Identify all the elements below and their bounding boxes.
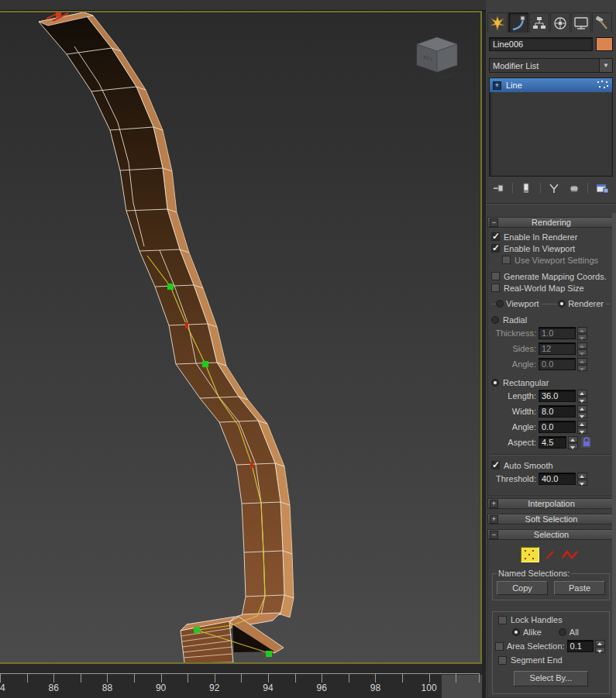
thickness-spinner[interactable] (577, 327, 587, 340)
lock-handles-row[interactable]: Lock Handles (495, 614, 607, 626)
threshold-spinner[interactable] (577, 473, 587, 486)
radial-angle-spinner[interactable] (577, 358, 587, 371)
rect-angle-row[interactable]: Angle: 0.0 (488, 419, 614, 435)
radio-renderer[interactable] (558, 300, 566, 308)
width-spinner[interactable] (577, 405, 587, 418)
threshold-input[interactable]: 40.0 (539, 473, 576, 485)
expand-icon[interactable]: + (490, 515, 498, 524)
rect-angle-input[interactable]: 0.0 (539, 421, 576, 433)
rollout-selection-header[interactable]: − Selection (487, 529, 614, 540)
viewcube[interactable]: LEFT FRONT (417, 37, 457, 81)
line006-spline-object[interactable] (39, 12, 294, 662)
checkbox[interactable] (491, 284, 500, 292)
tab-display[interactable] (571, 12, 591, 33)
segment-mode-button[interactable] (544, 548, 556, 562)
checkbox[interactable] (491, 244, 500, 253)
radio-rectangular[interactable] (491, 379, 499, 387)
radio-all[interactable] (559, 628, 566, 636)
viewcube-front-label[interactable]: FRONT (439, 70, 456, 81)
area-selection-input[interactable]: 0.1 (567, 640, 594, 652)
copy-button[interactable]: Copy (497, 581, 548, 595)
utilities-icon (594, 15, 610, 31)
object-color-swatch[interactable] (596, 37, 613, 51)
rollout-interpolation-header[interactable]: + Interpolation (487, 498, 614, 509)
modify-icon (511, 15, 526, 31)
viewport-renderer-radio-row[interactable]: Viewport Renderer (491, 297, 611, 311)
radial-angle-input[interactable]: 0.0 (539, 358, 576, 370)
aspect-input[interactable]: 4.5 (539, 436, 566, 449)
checkbox[interactable] (498, 656, 507, 665)
sides-input[interactable]: 12 (539, 342, 576, 355)
tab-create[interactable] (487, 12, 508, 33)
select-by-button[interactable]: Select By... (514, 671, 588, 686)
chevron-down-icon[interactable]: ▼ (599, 59, 612, 72)
thickness-input[interactable]: 1.0 (539, 327, 576, 339)
enable-in-renderer-row[interactable]: Enable In Renderer (488, 231, 614, 242)
bezier-handle-tick[interactable] (250, 462, 253, 468)
vertex-mode-button[interactable] (521, 547, 539, 562)
remove-modifier-icon[interactable] (568, 182, 580, 194)
checkbox[interactable] (502, 256, 511, 264)
frame-label: 90 (156, 683, 166, 693)
stack-item-label: Line (506, 81, 522, 90)
tab-utilities[interactable] (592, 12, 612, 33)
checkbox[interactable] (498, 616, 507, 624)
modifier-list-dropdown[interactable]: Modifier List ▼ (489, 58, 613, 73)
aspect-row[interactable]: Aspect: 4.5 (488, 435, 614, 450)
checkbox[interactable] (491, 461, 500, 469)
sides-row[interactable]: Sides: 12 (488, 341, 614, 356)
threshold-row[interactable]: Threshold: 40.0 (488, 471, 614, 487)
perspective-viewport[interactable]: LEFT FRONT (0, 11, 482, 664)
checkbox[interactable] (491, 272, 500, 280)
rollout-rendering-header[interactable]: − Rendering (487, 217, 614, 228)
expand-icon[interactable]: + (490, 500, 498, 508)
area-selection-spinner[interactable] (595, 640, 605, 653)
scene-canvas[interactable]: LEFT FRONT (0, 12, 480, 662)
segment-end-row[interactable]: Segment End (495, 654, 607, 666)
length-spinner[interactable] (577, 390, 587, 403)
modifier-stack[interactable]: + Line (489, 77, 613, 177)
paste-button[interactable]: Paste (554, 581, 605, 595)
radio-alike[interactable] (512, 628, 520, 636)
aspect-lock-icon[interactable] (580, 436, 592, 449)
radial-angle-row[interactable]: Angle: 0.0 (488, 356, 614, 372)
rect-angle-spinner[interactable] (577, 421, 587, 434)
width-row[interactable]: Width: 8.0 (488, 404, 614, 419)
thickness-row[interactable]: Thickness: 1.0 (488, 325, 614, 341)
radio-radial[interactable] (491, 316, 499, 324)
aspect-spinner[interactable] (568, 436, 578, 449)
tab-motion[interactable] (550, 12, 570, 33)
configure-modifier-sets-icon[interactable] (595, 182, 609, 194)
rollout-soft-selection-header[interactable]: + Soft Selection (487, 514, 614, 524)
real-world-map-size-row[interactable]: Real-World Map Size (488, 282, 614, 294)
radio-viewport[interactable] (496, 300, 504, 308)
length-input[interactable]: 36.0 (539, 390, 576, 402)
expand-icon[interactable]: + (493, 81, 501, 90)
generate-mapping-coords-row[interactable]: Generate Mapping Coords. (488, 270, 614, 282)
make-unique-icon[interactable] (548, 182, 560, 194)
tab-modify[interactable] (508, 12, 528, 33)
auto-smooth-row[interactable]: Auto Smooth (488, 459, 614, 471)
panel-scrollbar[interactable] (612, 213, 616, 698)
spline-mode-button[interactable] (561, 548, 581, 562)
use-viewport-settings-row[interactable]: Use Viewport Settings (488, 254, 614, 266)
frame-label: 96 (317, 683, 327, 693)
rectangular-radio-row[interactable]: Rectangular (488, 377, 614, 388)
tab-hierarchy[interactable] (529, 12, 549, 33)
sides-spinner[interactable] (577, 342, 587, 356)
track-bar[interactable]: 8486889092949698100 (0, 664, 482, 698)
radial-radio-row[interactable]: Radial (488, 314, 614, 325)
area-selection-row[interactable]: Area Selection: 0.1 (495, 638, 607, 654)
bezier-handle-tick[interactable] (185, 322, 188, 328)
collapse-icon[interactable]: − (490, 531, 498, 539)
checkbox[interactable] (491, 232, 500, 241)
enable-in-viewport-row[interactable]: Enable In Viewport (488, 242, 614, 254)
width-input[interactable]: 8.0 (539, 405, 576, 418)
checkbox[interactable] (495, 642, 504, 651)
stack-item-line[interactable]: + Line (490, 78, 612, 92)
pin-stack-icon[interactable] (493, 182, 505, 194)
length-row[interactable]: Length: 36.0 (488, 388, 614, 404)
collapse-icon[interactable]: − (490, 218, 498, 227)
object-name-input[interactable]: Line006 (489, 37, 593, 51)
show-end-result-icon[interactable] (520, 182, 532, 194)
